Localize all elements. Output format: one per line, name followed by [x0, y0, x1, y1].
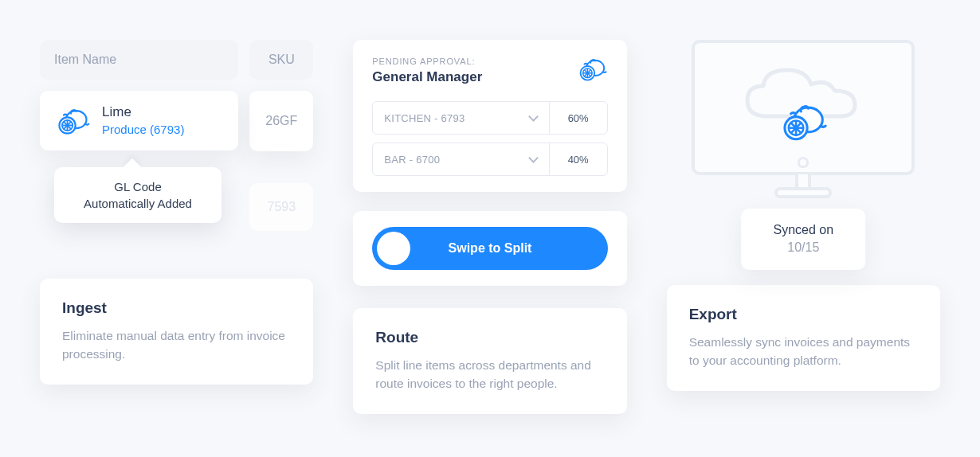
feature-title: Export	[689, 306, 918, 323]
chevron-down-icon	[528, 154, 538, 164]
chevron-down-icon	[528, 113, 538, 123]
route-approver: General Manager	[372, 68, 482, 87]
item-name: Lime	[102, 104, 184, 122]
item-name-header: Item Name	[40, 40, 238, 80]
department-select[interactable]: KITCHEN - 6793	[373, 102, 549, 134]
glcode-tooltip: GL Code Automatically Added	[54, 167, 221, 223]
glcode-tooltip-line2: Automatically Added	[75, 195, 201, 212]
sync-status-card: Synced on 10/15	[742, 209, 866, 270]
ingest-column: Item Name Lime Produce (6793) SKU 26GF 7…	[40, 40, 313, 417]
department-label: BAR - 6700	[384, 154, 440, 166]
monitor-base	[774, 187, 832, 198]
ingest-feature-card: Ingest Eliminate manual data entry from …	[40, 279, 313, 385]
swipe-label: Swipe to Split	[372, 241, 607, 256]
lemon-icon	[778, 100, 829, 143]
route-column: PENDING APPROVAL: General Manager KITCHE…	[353, 40, 626, 417]
item-row[interactable]: Lime Produce (6793)	[40, 91, 238, 150]
monitor-icon	[692, 40, 915, 175]
swipe-card: Swipe to Split	[353, 211, 626, 286]
feature-title: Route	[375, 329, 604, 346]
item-glcode: Produce (6793)	[102, 122, 184, 138]
feature-title: Ingest	[62, 299, 291, 317]
feature-body: Eliminate manual data entry from invoice…	[62, 326, 291, 364]
route-feature-card: Route Split line items across department…	[353, 308, 626, 414]
lemon-icon	[576, 56, 608, 83]
department-label: KITCHEN - 6793	[384, 112, 465, 124]
split-percentage[interactable]: 40%	[550, 143, 607, 175]
sku-ghost: 7593	[249, 183, 313, 231]
export-illustration: Synced on 10/15	[667, 40, 940, 263]
route-approval-card: PENDING APPROVAL: General Manager KITCHE…	[353, 40, 626, 192]
sku-value: 26GF	[249, 91, 313, 151]
feature-body: Split line items across departments and …	[375, 356, 604, 393]
split-row: BAR - 6700 40%	[372, 143, 607, 176]
camera-icon	[798, 157, 809, 168]
sync-label: Synced on	[774, 221, 834, 239]
department-select[interactable]: BAR - 6700	[373, 143, 549, 175]
split-row: KITCHEN - 6793 60%	[372, 101, 607, 135]
export-column: Synced on 10/15 Export Seamlessly sync i…	[667, 40, 940, 417]
sku-header: SKU	[249, 40, 313, 80]
export-feature-card: Export Seamlessly sync invoices and paym…	[667, 285, 940, 391]
swipe-to-split[interactable]: Swipe to Split	[372, 227, 607, 270]
ingest-illustration: Item Name Lime Produce (6793) SKU 26GF 7…	[40, 40, 313, 231]
split-percentage[interactable]: 60%	[550, 102, 607, 134]
feature-body: Seamlessly sync invoices and payments to…	[689, 333, 918, 370]
sync-date: 10/15	[774, 239, 834, 256]
glcode-tooltip-line1: GL Code	[75, 178, 201, 195]
route-eyebrow: PENDING APPROVAL:	[372, 56, 482, 68]
lemon-icon	[54, 105, 91, 137]
